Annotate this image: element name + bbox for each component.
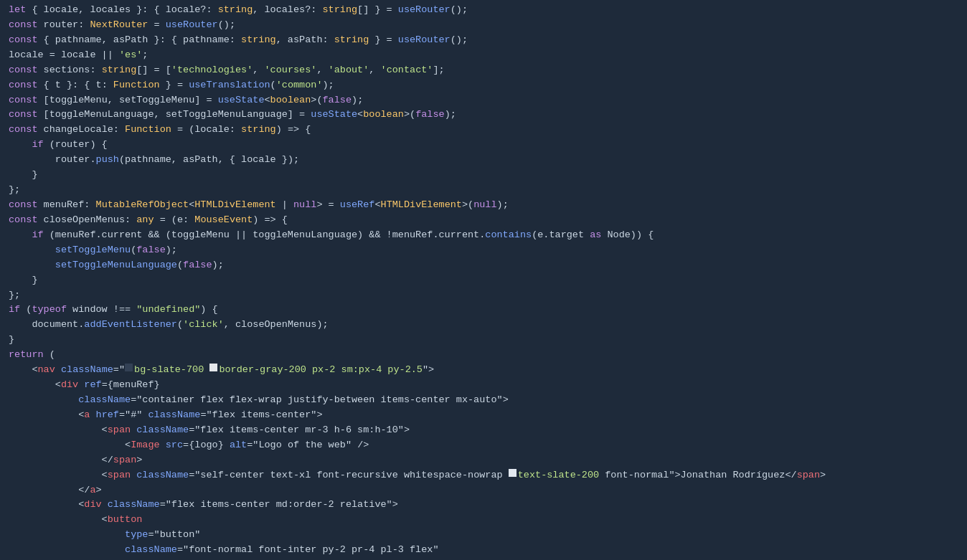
token-plain: locale = locale || (9, 48, 119, 63)
code-line: if (typeof window !== "undefined") { (0, 303, 967, 318)
token-plain: < (9, 438, 131, 453)
token-plain: ); (445, 108, 456, 123)
token-plain: < (9, 498, 84, 513)
color-swatch (509, 469, 516, 477)
code-line: } (0, 168, 967, 183)
token-str: 'courses' (264, 63, 316, 78)
code-line: const sections: string[] = ['technologie… (0, 63, 967, 78)
token-plain (78, 378, 84, 393)
token-blue: className (78, 393, 131, 408)
token-plain: >( (462, 198, 473, 213)
code-line: <span className="self-center text-xl fon… (0, 468, 967, 483)
token-plain: > (136, 453, 142, 468)
token-str: 'es' (119, 48, 142, 63)
code-editor: let { locale, locales }: { locale?: stri… (0, 0, 967, 560)
token-kw: const (9, 33, 38, 48)
token-plain: ={logo} (183, 438, 230, 453)
token-plain (55, 363, 61, 378)
token-type: MouseEvent (194, 213, 253, 228)
token-plain: ); (166, 243, 177, 258)
token-plain: > (96, 483, 102, 498)
token-kw: false (183, 258, 212, 273)
code-line: const closeOpenMenus: any = (e: MouseEve… (0, 213, 967, 228)
token-plain: , (316, 63, 328, 78)
token-plain: | (276, 198, 293, 213)
token-plain: "> (423, 363, 434, 378)
code-line: </span> (0, 453, 967, 468)
token-kw: const (9, 93, 38, 108)
code-line: const menuRef: MutableRefObject<HTMLDivE… (0, 198, 967, 213)
token-plain: < (264, 93, 270, 108)
token-plain: router: (38, 18, 90, 33)
code-line: }; (0, 183, 967, 198)
code-line: const router: NextRouter = useRouter(); (0, 18, 967, 33)
token-plain: (); (451, 3, 468, 18)
code-line: <nav className="bg-slate-700 border-gray… (0, 363, 967, 378)
code-line: const [toggleMenu, setToggleMenu] = useS… (0, 93, 967, 108)
token-pink: span (797, 468, 820, 483)
token-plain: </ (9, 483, 90, 498)
token-blue: className (136, 423, 189, 438)
token-plain: { locale, locales }: { locale?: (26, 3, 217, 18)
token-plain: [toggleMenu, setToggleMenu] = (38, 93, 218, 108)
token-type: Function (113, 78, 160, 93)
token-type: MutableRefObject (96, 198, 189, 213)
token-type: HTMLDivElement (194, 198, 275, 213)
token-plain: =" (113, 363, 125, 378)
token-type: Function (125, 123, 171, 138)
token-plain: } (9, 168, 38, 183)
token-pink: button (108, 513, 143, 528)
token-fn: addEventListener (84, 318, 177, 333)
token-plain: ]; (433, 63, 444, 78)
token-plain: , closeOpenMenus); (224, 318, 329, 333)
token-plain: > = (316, 198, 339, 213)
token-fn: useTranslation (189, 78, 270, 93)
code-line: <Image src={logo} alt="Logo of the web" … (0, 438, 967, 453)
token-plain: < (9, 378, 61, 393)
token-blue: className (125, 543, 177, 558)
token-plain: ( (20, 303, 32, 318)
token-plain (9, 243, 55, 258)
token-plain: ); (497, 198, 509, 213)
token-kw: as (590, 228, 601, 243)
token-plain: document. (9, 318, 84, 333)
token-plain: ="#" (119, 408, 148, 423)
token-kw: const (9, 63, 38, 78)
token-plain: >( (311, 93, 322, 108)
token-pink: span (113, 453, 136, 468)
token-kw: const (9, 213, 38, 228)
token-plain (131, 423, 136, 438)
token-plain (102, 498, 108, 513)
token-pink: a (84, 408, 90, 423)
token-kw: const (9, 198, 38, 213)
color-swatch (125, 364, 133, 371)
token-kw: if (9, 303, 20, 318)
code-line: if (router) { (0, 138, 967, 153)
token-str: px-2 sm:px-4 py-2.5 (306, 363, 423, 378)
token-type: string (322, 3, 357, 18)
token-plain: < (357, 108, 363, 123)
token-plain: menuRef: (38, 198, 96, 213)
token-plain: , (369, 63, 380, 78)
token-fn: useState (218, 93, 265, 108)
token-kw: false (415, 108, 445, 123)
token-fn: setToggleMenuLanguage (55, 258, 177, 273)
token-plain: }; (9, 288, 20, 303)
token-plain: [toggleMenuLanguage, setToggleMenuLangua… (38, 108, 311, 123)
token-plain: , asPath: (276, 33, 334, 48)
token-plain: = (148, 18, 165, 33)
token-plain (9, 543, 125, 558)
token-plain: (pathname, asPath, { locale }); (119, 153, 299, 168)
code-line: setToggleMenuLanguage(false); (0, 258, 967, 273)
token-fn: useRouter (166, 18, 218, 33)
token-blue: className (61, 363, 113, 378)
color-swatch (209, 364, 217, 371)
code-line: const { pathname, asPath }: { pathname: … (0, 33, 967, 48)
token-blue: href (96, 408, 119, 423)
token-type: HTMLDivElement (381, 198, 462, 213)
token-plain: = (e: (154, 213, 195, 228)
token-plain: font-normal">Jonathan Rodríguez</ (599, 468, 796, 483)
token-str: 'contact' (381, 63, 433, 78)
token-str: bg-slate-700 (134, 363, 204, 378)
token-plain: >( (404, 108, 415, 123)
